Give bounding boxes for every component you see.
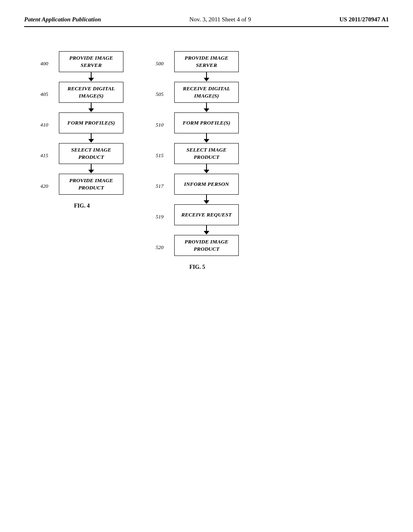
flow-step: 520PROVIDE IMAGE PRODUCT	[156, 235, 239, 256]
step-id-label: 517	[156, 179, 172, 189]
step-id-label: 400	[40, 56, 56, 67]
step-box: PROVIDE IMAGE PRODUCT	[59, 174, 123, 195]
step-box: SELECT IMAGE PRODUCT	[174, 143, 239, 164]
step-box: PROVIDE IMAGE PRODUCT	[174, 235, 239, 256]
step-box: RECEIVE REQUEST	[174, 204, 239, 225]
flow-step: 500PROVIDE IMAGE SERVER	[156, 51, 239, 72]
step-box: FORM PROFILE(S)	[174, 112, 239, 133]
flow-step: 510FORM PROFILE(S)	[156, 112, 239, 133]
step-id-label: 415	[40, 148, 56, 159]
step-id-label: 519	[156, 210, 172, 220]
flow-step: 517INFORM PERSON	[156, 174, 239, 195]
fig4-flowchart: 400PROVIDE IMAGE SERVER405RECEIVE DIGITA…	[40, 51, 123, 209]
flow-step: 400PROVIDE IMAGE SERVER	[40, 51, 123, 72]
step-box: SELECT IMAGE PRODUCT	[59, 143, 123, 164]
header-patent-number: US 2011/270947 A1	[339, 16, 389, 23]
step-id-label: 510	[156, 118, 172, 128]
step-id-label: 405	[40, 87, 56, 98]
step-box: RECEIVE DIGITAL IMAGE(S)	[174, 82, 239, 103]
step-box: FORM PROFILE(S)	[59, 112, 123, 133]
flow-step: 405RECEIVE DIGITAL IMAGE(S)	[40, 82, 123, 103]
step-box: PROVIDE IMAGE SERVER	[59, 51, 123, 72]
step-id-label: 505	[156, 87, 172, 98]
fig-label: FIG. 4	[40, 203, 123, 209]
step-box: PROVIDE IMAGE SERVER	[174, 51, 239, 72]
step-box: INFORM PERSON	[174, 174, 239, 195]
flow-step: 415SELECT IMAGE PRODUCT	[40, 143, 123, 164]
page: Patent Application Publication Nov. 3, 2…	[0, 0, 413, 532]
step-id-label: 500	[156, 56, 172, 67]
header-publication-label: Patent Application Publication	[24, 16, 101, 23]
flow-step: 519RECEIVE REQUEST	[156, 204, 239, 225]
diagrams-row: 400PROVIDE IMAGE SERVER405RECEIVE DIGITA…	[24, 51, 389, 270]
fig-label: FIG. 5	[156, 264, 239, 270]
step-id-label: 410	[40, 118, 56, 128]
step-box: RECEIVE DIGITAL IMAGE(S)	[59, 82, 123, 103]
flow-step: 515SELECT IMAGE PRODUCT	[156, 143, 239, 164]
header-date-sheet: Nov. 3, 2011 Sheet 4 of 9	[190, 16, 251, 23]
page-header: Patent Application Publication Nov. 3, 2…	[24, 16, 389, 27]
fig5-flowchart: 500PROVIDE IMAGE SERVER505RECEIVE DIGITA…	[156, 51, 239, 270]
step-id-label: 515	[156, 148, 172, 159]
step-id-label: 520	[156, 240, 172, 251]
flow-step: 505RECEIVE DIGITAL IMAGE(S)	[156, 82, 239, 103]
step-id-label: 420	[40, 179, 56, 189]
flow-step: 410FORM PROFILE(S)	[40, 112, 123, 133]
flow-step: 420PROVIDE IMAGE PRODUCT	[40, 174, 123, 195]
